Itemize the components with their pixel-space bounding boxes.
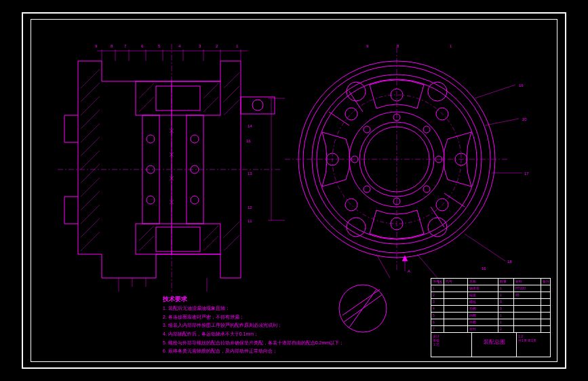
callout-3: 3 xyxy=(199,44,201,48)
tb-r2-1 xyxy=(444,292,468,298)
tb-r3-4 xyxy=(514,299,541,305)
callout-r1: 1 xyxy=(450,44,452,48)
tb-page: 共1页 第1页 xyxy=(518,338,549,342)
callout-r16: 16 xyxy=(482,266,486,270)
callout-9: 9 xyxy=(95,44,97,48)
tb-r7-2: 密封 xyxy=(468,326,498,332)
tb-r5-4 xyxy=(514,313,541,319)
tb-r4-3: 8 xyxy=(498,306,514,312)
tb-r6-0: 6 xyxy=(431,319,444,325)
tb-r7-5 xyxy=(541,326,550,332)
tb-r4-1 xyxy=(444,306,468,312)
title-block: 序号 代号 名称 数量 材料 备注 1轴承座1HT200 2端盖145 3螺栓8… xyxy=(431,278,551,357)
tb-r1-3: 1 xyxy=(498,285,514,292)
tb-h-mat: 材料 xyxy=(514,279,541,285)
tb-r4-4 xyxy=(514,306,541,312)
tb-r3-5 xyxy=(541,299,550,305)
tb-r5-5 xyxy=(541,313,550,319)
tb-r6-4 xyxy=(514,319,541,325)
tb-h-qty: 数量 xyxy=(498,279,514,285)
tb-r2-3: 1 xyxy=(498,292,514,298)
tb-r7-4 xyxy=(514,326,541,332)
tb-r2-2: 端盖 xyxy=(468,292,498,298)
callout-r8: 8 xyxy=(397,44,399,48)
tb-r4-2: 垫圈 xyxy=(468,306,498,312)
callout-13: 13 xyxy=(248,172,252,176)
tb-r5-0: 5 xyxy=(431,313,444,319)
drawing-canvas: 9 8 7 6 5 4 3 2 1 9 8 1 19 20 17 18 16 1… xyxy=(37,24,551,357)
tb-r3-3: 8 xyxy=(498,299,514,305)
tb-r6-2: 外圈 xyxy=(468,319,498,325)
cad-viewport[interactable]: 9 8 7 6 5 4 3 2 1 9 8 1 19 20 17 18 16 1… xyxy=(0,0,588,381)
drawing-title: 装配总图 xyxy=(472,333,517,357)
tech-req-6: 6. 最终各类无需轴质的配合，及内部动件正常动向合； xyxy=(163,347,344,356)
tb-r3-1 xyxy=(444,299,468,305)
tb-h-name: 名称 xyxy=(468,279,498,285)
tb-r4-5 xyxy=(541,306,550,312)
tb-h-seq: 序号 xyxy=(431,279,444,285)
tech-req-title: 技术要求 xyxy=(163,294,344,304)
tech-req-2: 2. 各连接面应密封严密，不得有泄漏； xyxy=(163,313,344,322)
tb-r1-1 xyxy=(444,285,468,292)
tb-h-note: 备注 xyxy=(541,279,550,285)
section-arrow-label: A xyxy=(408,269,410,273)
tb-h-code: 代号 xyxy=(444,279,468,285)
tb-r1-0: 1 xyxy=(431,285,444,292)
tb-r2-0: 2 xyxy=(431,292,444,298)
callout-17: 17 xyxy=(524,172,529,176)
tech-req-1: 1. 装配后无油渍漏油现象且轴： xyxy=(163,304,344,313)
tb-r3-2: 螺栓 xyxy=(468,299,498,305)
tb-r1-5 xyxy=(541,285,550,292)
tech-req-5: 5. 螺栓与外部导螺丝的配合拉动并确保垫片类配，各装十道部自由的配合0.2mm以… xyxy=(163,339,344,348)
callout-19: 19 xyxy=(519,83,524,87)
callout-r9: 9 xyxy=(366,44,368,48)
title-block-bottom: 设计 审核 工艺 装配总图 1:2 共1页 第1页 xyxy=(431,332,550,357)
tb-r2-4: 45 xyxy=(514,292,541,298)
tb-r5-1 xyxy=(444,313,468,319)
callout-11: 11 xyxy=(248,219,252,223)
tb-r7-3: 2 xyxy=(498,326,514,332)
tb-r1-2: 轴承座 xyxy=(468,285,498,292)
tb-r4-0: 4 xyxy=(431,306,444,312)
tb-r6-5 xyxy=(541,319,550,325)
callout-12: 12 xyxy=(248,205,252,209)
callout-20: 20 xyxy=(522,117,527,121)
tb-r6-3: 1 xyxy=(498,319,514,325)
callout-1: 1 xyxy=(236,44,238,48)
svg-line-107 xyxy=(349,289,376,327)
callout-16: 16 xyxy=(246,139,251,143)
tb-r2-5 xyxy=(541,292,550,298)
callout-4: 4 xyxy=(178,44,180,48)
callout-7: 7 xyxy=(124,44,126,48)
callout-2: 2 xyxy=(216,44,218,48)
technical-requirements: 技术要求 1. 装配后无油渍漏油现象且轴： 2. 各连接面应密封严密，不得有泄漏… xyxy=(163,294,344,356)
tb-r5-3: 1 xyxy=(498,313,514,319)
callout-5: 5 xyxy=(158,44,160,48)
tech-req-3: 3. 组装入内部部件按图工序较严的配作原则必须完成到； xyxy=(163,321,344,330)
tb-r1-4: HT200 xyxy=(514,285,541,292)
tb-proc: 工艺 xyxy=(433,342,470,346)
callout-6: 6 xyxy=(141,44,143,48)
tb-r6-1 xyxy=(444,319,468,325)
tech-req-4: 4. 内部轴配作后，各运动轴承不大于0.1mm； xyxy=(163,330,344,339)
tb-r7-1 xyxy=(444,326,468,332)
tb-r5-2: 内圈 xyxy=(468,313,498,319)
callout-8: 8 xyxy=(111,44,113,48)
callout-14: 14 xyxy=(248,124,252,128)
tb-r3-0: 3 xyxy=(431,299,444,305)
callout-18: 18 xyxy=(507,260,512,264)
tb-r7-0: 7 xyxy=(431,326,444,332)
